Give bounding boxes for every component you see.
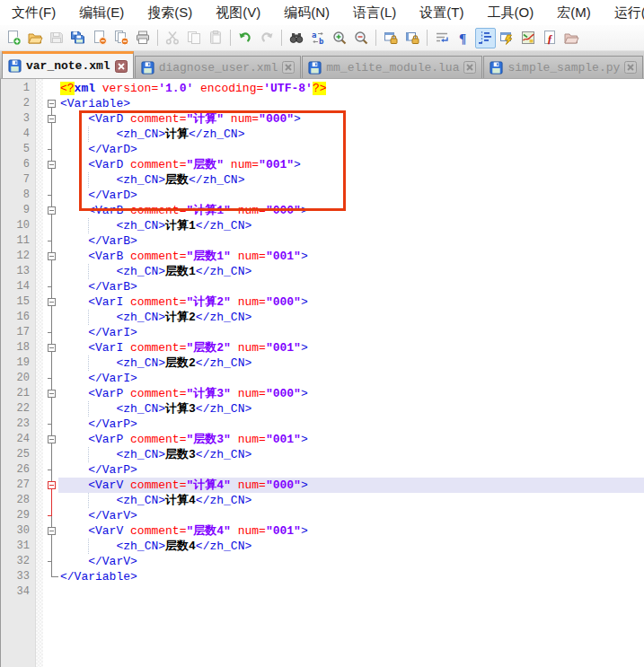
code-line-30[interactable]: 30 <VarV comment="层数4" num="001">	[1, 523, 644, 539]
code-line-32[interactable]: 32 </VarV>	[1, 554, 644, 569]
code-line-2[interactable]: 2<Variable>	[1, 96, 644, 111]
menu-item-tools[interactable]: 工具(O)	[479, 2, 542, 24]
open-file-button[interactable]	[25, 28, 46, 48]
code-line-3[interactable]: 3 <VarD comment="计算" num="000">	[1, 111, 644, 127]
line-number: 28	[1, 493, 36, 508]
close-button[interactable]	[90, 28, 110, 48]
code-line-28[interactable]: 28 <zh_CN>计算4</zh_CN>	[1, 493, 644, 508]
code-line-31[interactable]: 31 <zh_CN>层数4</zh_CN>	[1, 539, 644, 554]
code-line-22[interactable]: 22 <zh_CN>计算3</zh_CN>	[1, 401, 644, 417]
code-text: </VarD>	[58, 188, 644, 203]
tab-simple_sample.py[interactable]: simple_sample.py	[483, 56, 643, 78]
fold-marker-end	[36, 371, 58, 386]
word-wrap-button[interactable]	[432, 28, 453, 48]
menu-item-view[interactable]: 视图(V)	[207, 2, 269, 24]
code-line-4[interactable]: 4 <zh_CN>计算</zh_CN>	[1, 127, 644, 142]
code-text: <zh_CN>层数3</zh_CN>	[58, 447, 644, 462]
code-line-8[interactable]: 8 </VarD>	[1, 188, 644, 203]
fold-marker-box[interactable]	[36, 386, 58, 401]
close-all-button[interactable]	[111, 28, 132, 48]
code-line-16[interactable]: 16 <zh_CN>计算2</zh_CN>	[1, 310, 644, 325]
document-map-button[interactable]	[518, 28, 539, 48]
save-all-button[interactable]	[68, 28, 89, 48]
code-line-19[interactable]: 19 <zh_CN>层数2</zh_CN>	[1, 355, 644, 371]
fold-marker-end	[36, 325, 58, 340]
sync-horizontal-scroll-button[interactable]	[402, 28, 423, 48]
show-all-characters-button[interactable]: ¶	[454, 28, 474, 48]
menu-item-file[interactable]: 文件(F)	[4, 2, 64, 24]
tab-close-icon[interactable]	[282, 61, 295, 74]
line-number: 17	[1, 325, 36, 340]
code-line-21[interactable]: 21 <VarP comment="计算3" num="000">	[1, 386, 644, 401]
fold-marker-box[interactable]	[36, 340, 58, 355]
find-button[interactable]	[287, 28, 307, 48]
zoom-in-icon	[331, 30, 348, 46]
zoom-out-button[interactable]	[351, 28, 372, 48]
function-list-button[interactable]: ƒ	[540, 28, 560, 48]
tab-close-icon[interactable]	[463, 61, 476, 74]
line-number: 15	[1, 294, 36, 310]
fold-marker-box[interactable]	[36, 157, 58, 172]
code-line-10[interactable]: 10 <zh_CN>计算1</zh_CN>	[1, 218, 644, 233]
print-button[interactable]	[133, 28, 154, 48]
redo-button	[257, 28, 278, 48]
code-line-33[interactable]: 33</Variable>	[1, 569, 644, 584]
fold-marker-box[interactable]	[36, 478, 58, 493]
code-line-6[interactable]: 6 <VarD comment="层数" num="001">	[1, 157, 644, 172]
menu-item-run[interactable]: 运行(R)	[606, 2, 644, 24]
code-text: <VarI comment="层数2" num="001">	[58, 340, 644, 355]
code-line-12[interactable]: 12 <VarB comment="层数1" num="001">	[1, 249, 644, 264]
menu-item-language[interactable]: 语言(L)	[345, 2, 404, 24]
tab-close-icon[interactable]	[624, 61, 637, 74]
code-line-20[interactable]: 20 </VarI>	[1, 371, 644, 386]
code-line-15[interactable]: 15 <VarI comment="计算2" num="000">	[1, 294, 644, 310]
fold-marker-boxfirst[interactable]	[36, 96, 58, 111]
code-text: </VarV>	[58, 508, 644, 523]
sync-vertical-scroll-button[interactable]	[381, 28, 401, 48]
code-line-5[interactable]: 5 </VarD>	[1, 142, 644, 157]
code-line-27[interactable]: 27 <VarV comment="计算4" num="000">	[1, 478, 644, 493]
code-line-11[interactable]: 11 </VarB>	[1, 233, 644, 249]
menu-item-macro[interactable]: 宏(M)	[549, 2, 599, 24]
replace-button[interactable]: ab	[308, 28, 329, 48]
fold-marker-end	[36, 188, 58, 203]
new-file-button[interactable]	[4, 28, 24, 48]
code-text: </VarB>	[58, 233, 644, 249]
tab-diagnose_user.xml[interactable]: diagnose_user.xml	[135, 56, 302, 78]
tab-var_note.xml[interactable]: var_note.xml	[2, 51, 134, 78]
editor-area[interactable]: 1<?xml version='1.0' encoding='UTF-8'?>2…	[0, 79, 644, 667]
menu-item-search[interactable]: 搜索(S)	[139, 2, 200, 24]
fold-marker-box[interactable]	[36, 294, 58, 310]
code-line-29[interactable]: 29 </VarV>	[1, 508, 644, 523]
code-line-24[interactable]: 24 <VarP comment="层数3" num="001">	[1, 432, 644, 447]
indent-guide-button[interactable]	[475, 28, 496, 48]
code-line-7[interactable]: 7 <zh_CN>层数</zh_CN>	[1, 172, 644, 188]
undo-button[interactable]	[235, 28, 256, 48]
menu-item-edit[interactable]: 编辑(E)	[71, 2, 132, 24]
menu-item-settings[interactable]: 设置(T)	[411, 2, 472, 24]
define-language-button[interactable]	[497, 28, 517, 48]
folder-as-workspace-button[interactable]	[561, 28, 582, 48]
code-line-26[interactable]: 26 </VarP>	[1, 462, 644, 478]
fold-marker-box[interactable]	[36, 432, 58, 447]
code-line-17[interactable]: 17 </VarI>	[1, 325, 644, 340]
code-text: <VarB comment="层数1" num="001">	[58, 249, 644, 264]
code-line-18[interactable]: 18 <VarI comment="层数2" num="001">	[1, 340, 644, 355]
tab-close-icon[interactable]	[115, 60, 128, 73]
fold-marker-box[interactable]	[36, 249, 58, 264]
zoom-out-icon	[353, 30, 369, 46]
code-line-9[interactable]: 9 <VarB comment="计算1" num="000">	[1, 203, 644, 218]
fold-marker-box[interactable]	[36, 203, 58, 218]
zoom-in-button[interactable]	[330, 28, 350, 48]
code-line-13[interactable]: 13 <zh_CN>层数1</zh_CN>	[1, 264, 644, 279]
fold-marker-box[interactable]	[36, 523, 58, 539]
code-line-23[interactable]: 23 </VarP>	[1, 417, 644, 432]
code-line-34[interactable]: 34	[1, 584, 644, 600]
tab-mm_elite_module.lua[interactable]: mm_elite_module.lua	[302, 56, 482, 78]
code-line-14[interactable]: 14 </VarB>	[1, 279, 644, 294]
code-line-1[interactable]: 1<?xml version='1.0' encoding='UTF-8'?>	[1, 81, 644, 96]
menu-item-encoding[interactable]: 编码(N)	[276, 2, 338, 24]
code-line-25[interactable]: 25 <zh_CN>层数3</zh_CN>	[1, 447, 644, 462]
fold-marker-box[interactable]	[36, 111, 58, 127]
indent-guide-line	[88, 493, 89, 508]
